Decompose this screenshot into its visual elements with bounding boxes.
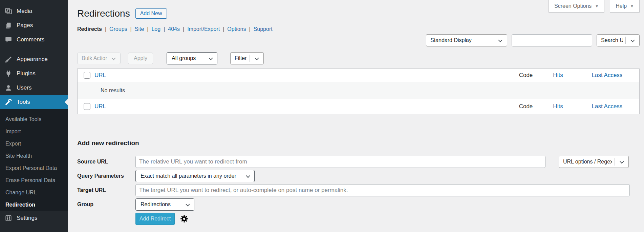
chevron-down-icon xyxy=(107,57,120,60)
subitem-label: Import xyxy=(5,129,21,135)
chevron-down-icon xyxy=(493,39,507,42)
select-all-checkbox[interactable] xyxy=(84,103,90,110)
sidebar-subitem-site-health[interactable]: Site Health xyxy=(5,150,68,162)
nav-link-options[interactable]: Options xyxy=(227,26,246,32)
redirects-table: URL Code Hits Last Access No results URL… xyxy=(77,69,640,114)
nav-link-404s[interactable]: 404s xyxy=(168,26,180,32)
wordpress-admin-page: Media Pages Comments Appearance xyxy=(0,0,644,232)
subitem-label: Site Health xyxy=(5,153,32,159)
sidebar-item-label: Users xyxy=(17,84,31,91)
nav-link-import-export[interactable]: Import/Export xyxy=(187,26,220,32)
sidebar-item-pages[interactable]: Pages xyxy=(0,18,68,33)
sidebar-item-label: Plugins xyxy=(17,70,36,77)
search-controls: Standard Display Search URL xyxy=(77,34,640,46)
hits-sort-link[interactable]: Hits xyxy=(553,72,563,78)
last-access-sort-link[interactable]: Last Access xyxy=(592,72,623,78)
subitem-label: Erase Personal Data xyxy=(5,177,56,183)
subitem-label: Change URL xyxy=(5,190,37,196)
filters-label: Filters xyxy=(235,55,247,61)
sidebar-subitem-import[interactable]: Import xyxy=(5,125,68,138)
target-url-input[interactable] xyxy=(135,184,630,196)
chevron-down-icon xyxy=(615,160,628,163)
source-url-input[interactable] xyxy=(135,156,545,168)
nav-separator: | xyxy=(183,26,184,32)
screen-meta-links: Screen Options ▼ Help ▼ xyxy=(549,0,640,13)
settings-icon xyxy=(5,214,12,222)
nav-link-groups[interactable]: Groups xyxy=(109,26,127,32)
media-icon xyxy=(5,7,12,15)
column-footer-last-access: Last Access xyxy=(575,103,639,110)
sidebar-subitem-available-tools[interactable]: Available Tools xyxy=(5,113,68,125)
empty-results-text: No results xyxy=(78,88,125,94)
column-header-last-access: Last Access xyxy=(575,72,639,79)
footer-checkbox-cell xyxy=(78,103,94,110)
users-icon xyxy=(5,84,12,92)
sidebar-item-plugins[interactable]: Plugins xyxy=(0,66,68,81)
query-parameters-label: Query Parameters xyxy=(77,173,135,179)
search-input[interactable] xyxy=(512,34,592,46)
sidebar-item-tools[interactable]: Tools xyxy=(0,95,68,109)
appearance-icon xyxy=(5,56,12,63)
url-sort-link[interactable]: URL xyxy=(94,103,106,110)
sidebar-subitem-erase-personal-data[interactable]: Erase Personal Data xyxy=(5,174,68,187)
empty-results-row: No results xyxy=(78,82,639,99)
chevron-down-icon xyxy=(246,173,250,178)
column-footer-code: Code xyxy=(511,103,541,110)
add-redirection-heading: Add new redirection xyxy=(77,139,640,147)
add-new-button[interactable]: Add New xyxy=(135,8,167,19)
plugins-icon xyxy=(5,70,12,77)
sidebar-subitem-redirection[interactable]: Redirection xyxy=(5,199,68,211)
bulk-actions-select[interactable]: Bulk Actions xyxy=(77,53,121,64)
nav-link-site[interactable]: Site xyxy=(135,26,144,32)
nav-separator: | xyxy=(223,26,224,32)
chevron-down-icon xyxy=(626,39,639,42)
subitem-label: Export xyxy=(5,141,21,147)
sidebar-subitem-change-url[interactable]: Change URL xyxy=(5,187,68,199)
help-tab[interactable]: Help ▼ xyxy=(610,0,640,13)
sidebar-item-label: Appearance xyxy=(17,56,48,63)
sidebar-subitem-export[interactable]: Export xyxy=(5,138,68,150)
group-filter-select[interactable]: All groups xyxy=(167,52,217,64)
sidebar-item-media[interactable]: Media xyxy=(0,4,68,18)
pages-icon xyxy=(5,22,12,29)
menu-separator xyxy=(0,47,68,52)
nav-link-redirects[interactable]: Redirects xyxy=(77,26,102,32)
search-url-button[interactable]: Search URL xyxy=(597,34,640,46)
sidebar-subitem-export-personal-data[interactable]: Export Personal Data xyxy=(5,162,68,174)
sidebar-item-label: Pages xyxy=(17,22,33,29)
hits-sort-link[interactable]: Hits xyxy=(553,103,563,110)
url-options-select[interactable]: URL options / Regex xyxy=(559,156,629,168)
admin-menu: Media Pages Comments Appearance xyxy=(0,0,68,225)
display-mode-select[interactable]: Standard Display xyxy=(426,34,507,46)
header-checkbox-cell xyxy=(78,72,94,79)
filters-button[interactable]: Filters xyxy=(230,52,264,64)
column-footer-hits: Hits xyxy=(541,103,575,110)
sidebar-item-label: Media xyxy=(17,8,32,15)
caret-down-icon: ▼ xyxy=(630,4,634,8)
add-redirection-section: Add new redirection Source URL URL optio… xyxy=(77,139,640,225)
target-url-row: Target URL xyxy=(77,184,640,196)
last-access-sort-link[interactable]: Last Access xyxy=(592,103,623,110)
nav-link-log[interactable]: Log xyxy=(151,26,160,32)
query-parameters-select[interactable]: Exact match all parameters in any order xyxy=(135,170,255,182)
display-mode-value: Standard Display xyxy=(430,37,490,43)
sidebar-item-comments[interactable]: Comments xyxy=(0,33,68,47)
nav-link-support[interactable]: Support xyxy=(254,26,273,32)
select-all-checkbox[interactable] xyxy=(84,72,90,79)
screen-options-tab[interactable]: Screen Options ▼ xyxy=(549,0,604,13)
url-sort-link[interactable]: URL xyxy=(94,72,106,78)
source-url-row: Source URL URL options / Regex xyxy=(77,156,640,168)
sidebar-item-label: Tools xyxy=(17,99,30,105)
column-header-code: Code xyxy=(511,72,541,79)
target-url-label: Target URL xyxy=(77,187,135,193)
sidebar-item-settings[interactable]: Settings xyxy=(0,211,68,225)
nav-separator: | xyxy=(147,26,148,32)
column-header-url: URL xyxy=(94,72,511,79)
bulk-actions-value: Bulk Actions xyxy=(82,55,107,61)
group-select[interactable]: Redirections xyxy=(135,198,194,211)
apply-button[interactable]: Apply xyxy=(128,53,153,64)
sidebar-item-users[interactable]: Users xyxy=(0,81,68,95)
add-redirect-button[interactable]: Add Redirect xyxy=(135,213,175,225)
gear-icon[interactable] xyxy=(180,214,189,223)
sidebar-item-appearance[interactable]: Appearance xyxy=(0,52,68,66)
